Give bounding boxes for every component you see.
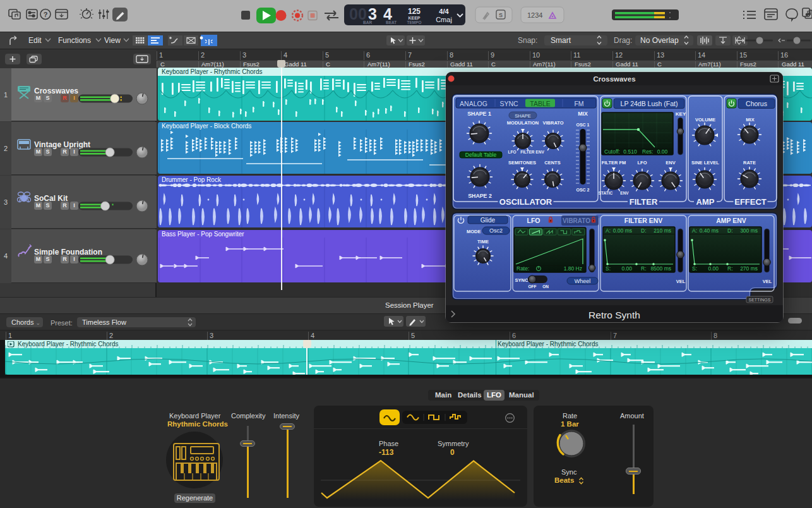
svg-text:SEMITONES: SEMITONES (508, 160, 536, 166)
svg-text:KEEP: KEEP (408, 16, 420, 20)
svg-text:MODE: MODE (467, 229, 481, 234)
svg-text:270 ms: 270 ms (740, 265, 758, 272)
svg-text:Functions: Functions (58, 36, 91, 45)
svg-text:0.40 ms: 0.40 ms (700, 227, 719, 234)
svg-text:Edit: Edit (28, 36, 42, 45)
svg-text:LFO: LFO (638, 160, 647, 166)
svg-text:KEY: KEY (676, 111, 686, 117)
svg-text:FILTER: FILTER (630, 197, 658, 207)
svg-text:ANALOG: ANALOG (460, 100, 487, 107)
svg-text:ENV: ENV (666, 160, 675, 166)
svg-text:0.00: 0.00 (657, 148, 668, 155)
svg-text:ENV: ENV (620, 191, 629, 195)
svg-text:Drag:: Drag: (614, 36, 632, 45)
svg-text:Cmaj: Cmaj (436, 16, 452, 23)
svg-text:VIBRATO: VIBRATO (563, 217, 590, 224)
svg-text:SYNC: SYNC (499, 100, 518, 107)
svg-text:D:: D: (727, 227, 733, 234)
svg-text:EFFECT: EFFECT (734, 197, 767, 207)
svg-text:S: S (499, 12, 503, 18)
svg-text:VEL: VEL (676, 279, 686, 284)
svg-text:BAR: BAR (363, 20, 372, 25)
svg-text:TEMPO: TEMPO (407, 20, 421, 25)
svg-text:A:: A: (692, 227, 697, 234)
svg-text:Rate:: Rate: (516, 265, 529, 272)
svg-text:TABLE: TABLE (530, 100, 550, 107)
svg-text:Retro Synth: Retro Synth (588, 310, 640, 320)
svg-text:BEAT: BEAT (386, 20, 397, 25)
svg-text:0.00 ms: 0.00 ms (613, 227, 632, 234)
svg-text:1.80 Hz: 1.80 Hz (564, 265, 582, 272)
svg-text:4/4: 4/4 (439, 8, 449, 15)
svg-text:SINE LEVEL: SINE LEVEL (691, 160, 719, 166)
svg-text:A:: A: (606, 227, 611, 234)
svg-text:View: View (104, 36, 121, 45)
svg-text:FILTER ENV: FILTER ENV (520, 150, 544, 154)
svg-text:OFF: OFF (528, 284, 537, 289)
svg-text:OSC 1: OSC 1 (576, 123, 589, 127)
svg-text:125: 125 (408, 7, 421, 16)
svg-text:Smart: Smart (551, 36, 571, 45)
svg-text:SETTINGS: SETTINGS (748, 298, 770, 302)
svg-text:0.00: 0.00 (708, 265, 719, 272)
svg-text:LFO: LFO (508, 150, 516, 154)
svg-text:SHAPE: SHAPE (515, 113, 530, 119)
svg-text:D:: D: (641, 227, 647, 234)
svg-text:Wheel: Wheel (575, 278, 591, 284)
svg-text:SHAPE 2: SHAPE 2 (468, 193, 492, 199)
svg-text:Default Table: Default Table (465, 152, 497, 158)
svg-text:MIX: MIX (746, 117, 754, 123)
svg-text:0.00: 0.00 (621, 265, 632, 272)
svg-text:SHAPE 1: SHAPE 1 (467, 111, 491, 117)
svg-text:Glide: Glide (481, 217, 496, 224)
svg-text:VEL: VEL (763, 279, 772, 284)
svg-text:LP 24dB Lush (Fat): LP 24dB Lush (Fat) (621, 100, 678, 107)
svg-text:AMP ENV: AMP ENV (716, 217, 746, 224)
svg-text:FM: FM (574, 100, 583, 107)
svg-text:CENTS: CENTS (544, 160, 560, 166)
svg-text:STATIC: STATIC (599, 191, 613, 195)
svg-text:AMP: AMP (696, 197, 715, 207)
svg-text:?: ? (44, 11, 48, 18)
svg-text:8500 ms: 8500 ms (650, 265, 671, 272)
svg-text:300 ms: 300 ms (740, 227, 758, 234)
svg-text:OSCILLATOR: OSCILLATOR (499, 197, 552, 207)
svg-text:TIME: TIME (477, 239, 489, 245)
svg-text:ON: ON (542, 284, 549, 289)
svg-text:MODULATION: MODULATION (507, 120, 539, 126)
svg-text:R:: R: (641, 265, 647, 272)
svg-text:Crosswaves: Crosswaves (593, 75, 635, 83)
svg-text:OSC 2: OSC 2 (576, 188, 589, 192)
svg-text:S:: S: (606, 265, 611, 272)
svg-text:1234: 1234 (527, 11, 542, 19)
svg-text:Res:: Res: (642, 148, 653, 155)
svg-text:210 ms: 210 ms (654, 227, 671, 234)
svg-text:VOLUME: VOLUME (695, 117, 715, 123)
svg-text:0.510: 0.510 (623, 148, 637, 155)
svg-text:FILTER FM: FILTER FM (602, 160, 626, 166)
svg-text:MIX: MIX (578, 111, 588, 117)
svg-text:RATE: RATE (743, 160, 756, 166)
svg-text:SYNC: SYNC (515, 277, 528, 283)
svg-text:R:: R: (727, 265, 733, 272)
svg-text:Chorus: Chorus (746, 100, 767, 107)
svg-text:FILTER ENV: FILTER ENV (624, 217, 662, 224)
svg-text:S:: S: (692, 265, 697, 272)
svg-text:No Overlap: No Overlap (640, 36, 679, 45)
svg-text:Osc2: Osc2 (489, 227, 503, 234)
svg-text:Snap:: Snap: (518, 36, 537, 45)
svg-text:LFO: LFO (527, 217, 540, 224)
svg-text:VIBRATO: VIBRATO (542, 120, 563, 126)
svg-text:Cutoff:: Cutoff: (604, 148, 620, 155)
